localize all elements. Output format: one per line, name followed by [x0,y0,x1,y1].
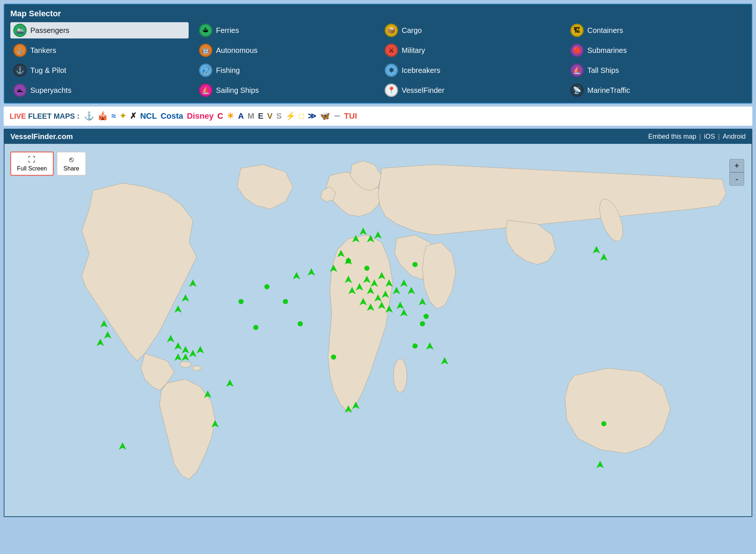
vessel-item-fishing[interactable]: 🎣Fishing [196,62,374,78]
zoom-out-button[interactable]: - [729,172,744,186]
vessel-icon-autonomous: 🤖 [199,44,212,57]
vessel-icon-fishing: 🎣 [199,64,212,77]
fleet-logo-seabourn[interactable]: ≫ [308,109,316,123]
fleet-logo-costa[interactable]: Costa [161,109,183,123]
vessel-item-containers[interactable]: 🏗Containers [567,22,746,38]
fleet-logo-carnival[interactable]: 🎪 [98,109,108,123]
vessel-icon-vesselfinder: 📍 [385,84,398,97]
vessel-icon-icebreakers: ❄ [385,64,398,77]
zoom-controls: + - [729,159,744,186]
vessel-item-icebreakers[interactable]: ❄Icebreakers [382,62,560,78]
vessel-label-submarines: Submarines [587,46,627,55]
fleet-bar: LIVE FLEET MAPS : ⚓🎪≈✦✗NCLCostaDisneyC☀A… [4,107,752,126]
vessel-item-tankers[interactable]: ⚓Tankers [10,42,189,58]
vessel-item-superyachts[interactable]: 🛥Superyachts [10,82,189,98]
vessel-label-sailing-ships: Sailing Ships [216,86,259,95]
svg-point-53 [283,299,288,304]
fullscreen-button[interactable]: ⛶ Full Screen [10,152,54,176]
sep1: | [699,133,701,141]
fleet-logo-msc[interactable]: M [247,109,254,123]
vessel-grid: 🚢Passengers⛴Ferries📦Cargo🏗Containers⚓Tan… [10,22,746,98]
fleet-logo-x-cruises[interactable]: ✗ [130,109,136,123]
vessel-label-marinetraffic: MarineTraffic [587,86,630,95]
map-header: VesselFinder.com Embed this map | iOS | … [4,129,752,144]
vessel-icon-tug-pilot: ⚓ [13,64,27,77]
fleet-logo-windstar[interactable]: ∼ [334,109,340,123]
fleet-logo-aida[interactable]: A [238,109,244,123]
vessel-item-tug-pilot[interactable]: ⚓Tug & Pilot [10,62,189,78]
vessel-label-vesselfinder: VesselFinder [402,86,445,95]
fleet-logo-celebrity[interactable]: ≈ [111,109,116,123]
vessel-item-marinetraffic[interactable]: 📡MarineTraffic [567,82,746,98]
svg-point-66 [601,421,607,426]
svg-point-4 [394,359,407,392]
fleet-logo-star[interactable]: ✦ [119,109,126,123]
fleet-logo-cunard[interactable]: C [217,109,223,123]
svg-point-52 [264,284,270,289]
svg-point-58 [364,266,369,271]
sep2: | [718,133,720,141]
fleet-bar-label: LIVE FLEET MAPS : [10,112,80,121]
fleet-logo-oceania[interactable]: 🦋 [320,109,330,123]
fleet-logo-eos[interactable]: Ε [258,109,264,123]
vessel-icon-military: ⚔ [385,44,398,57]
map-header-links: Embed this map | iOS | Android [648,133,746,141]
vessel-label-tug-pilot: Tug & Pilot [30,66,66,75]
map-controls: ⛶ Full Screen ⎋ Share [10,152,86,176]
vessel-item-ferries[interactable]: ⛴Ferries [196,22,374,38]
vessel-item-vesselfinder[interactable]: 📍VesselFinder [382,82,560,98]
fleet-logo-royal-caribbean[interactable]: ⚓ [84,109,94,123]
world-map-svg [4,146,752,516]
vessel-label-containers: Containers [587,26,623,35]
world-map[interactable] [4,146,752,516]
vessel-label-superyachts: Superyachts [30,86,71,95]
vessel-item-tall-ships[interactable]: ⛵Tall Ships [567,62,746,78]
vessel-item-passengers[interactable]: 🚢Passengers [10,22,189,38]
vessel-item-military[interactable]: ⚔Military [382,42,560,58]
ios-link[interactable]: iOS [704,133,715,141]
vessel-icon-sailing-ships: ⛵ [199,84,212,97]
vessel-icon-passengers: 🚢 [13,24,27,37]
svg-point-70 [423,314,429,319]
svg-point-51 [239,299,244,304]
fleet-logo-natgeo[interactable]: □ [299,109,304,123]
svg-point-55 [331,355,336,360]
fullscreen-icon: ⛶ [28,155,36,164]
vessel-item-sailing-ships[interactable]: ⛵Sailing Ships [196,82,374,98]
vessel-icon-containers: 🏗 [570,24,584,37]
vessel-icon-marinetraffic: 📡 [570,84,584,97]
vessel-label-fishing: Fishing [216,66,240,75]
android-link[interactable]: Android [723,133,746,141]
fleet-logo-viking2[interactable]: ⚡ [286,109,296,123]
share-label: Share [64,165,80,172]
svg-point-54 [298,321,303,326]
vessel-label-tall-ships: Tall Ships [587,66,619,75]
map-selector-panel: Map Selector 🚢Passengers⛴Ferries📦Cargo🏗C… [4,4,752,104]
vessel-item-cargo[interactable]: 📦Cargo [382,22,560,38]
zoom-in-button[interactable]: + [729,159,744,172]
vessel-icon-cargo: 📦 [385,24,398,37]
vessel-label-ferries: Ferries [216,26,239,35]
vessel-label-military: Military [402,46,425,55]
vessel-label-cargo: Cargo [402,26,422,35]
vessel-item-submarines[interactable]: 🔴Submarines [567,42,746,58]
fleet-logo-silversea[interactable]: S [276,109,282,123]
svg-point-56 [412,344,418,349]
fleet-logo-ncl[interactable]: NCL [140,109,157,123]
fleet-logo-disney[interactable]: Disney [187,109,213,123]
share-button[interactable]: ⎋ Share [57,152,86,176]
vessel-icon-ferries: ⛴ [199,24,212,37]
fleet-logo-tui[interactable]: TUI [344,109,357,123]
fullscreen-label: Full Screen [17,165,47,172]
svg-point-59 [412,262,418,267]
embed-map-link[interactable]: Embed this map [648,133,696,141]
live-label: LIVE [10,112,26,120]
vessel-label-icebreakers: Icebreakers [402,66,441,75]
fleet-logo-viking[interactable]: V [267,109,273,123]
fleet-logo-princess[interactable]: ☀ [227,109,234,123]
vessel-item-autonomous[interactable]: 🤖Autonomous [196,42,374,58]
vessel-label-passengers: Passengers [30,26,70,35]
svg-point-1 [180,362,191,368]
fleet-logos-container: ⚓🎪≈✦✗NCLCostaDisneyC☀AMΕVS⚡□≫🦋∼TUI [84,109,357,123]
vessel-icon-superyachts: 🛥 [13,84,27,97]
